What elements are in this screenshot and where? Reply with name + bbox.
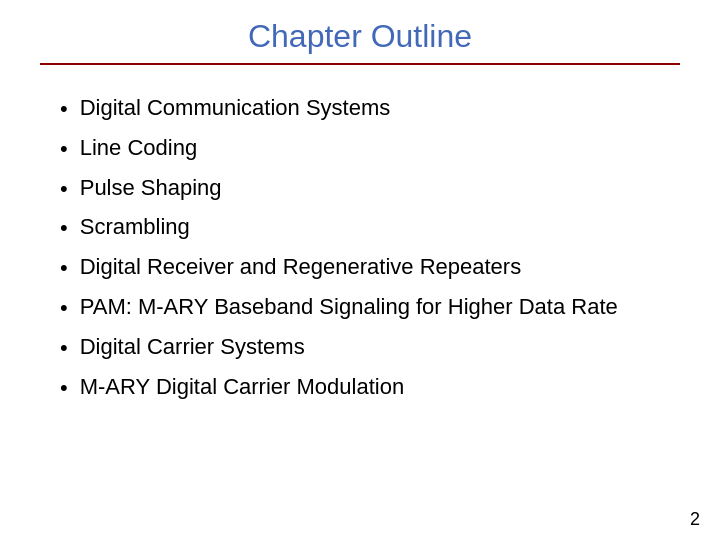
bullet-dot-8: • — [60, 373, 68, 404]
bullet-text-6: PAM: M-ARY Baseband Signaling for Higher… — [80, 292, 670, 323]
bullet-dot-2: • — [60, 134, 68, 165]
bullet-dot-1: • — [60, 94, 68, 125]
content-area: • Digital Communication Systems • Line C… — [0, 75, 720, 421]
bullet-dot-7: • — [60, 333, 68, 364]
bullet-item-2: • Line Coding — [60, 133, 670, 165]
slide-container: Chapter Outline • Digital Communication … — [0, 0, 720, 540]
bullet-text-2: Line Coding — [80, 133, 670, 164]
bullet-dot-5: • — [60, 253, 68, 284]
bullet-item-3: • Pulse Shaping — [60, 173, 670, 205]
bullet-dot-4: • — [60, 213, 68, 244]
bullet-item-7: • Digital Carrier Systems — [60, 332, 670, 364]
bullet-item-5: • Digital Receiver and Regenerative Repe… — [60, 252, 670, 284]
page-number: 2 — [690, 509, 700, 530]
bullet-item-6: • PAM: M-ARY Baseband Signaling for High… — [60, 292, 670, 324]
bullet-dot-6: • — [60, 293, 68, 324]
bullet-dot-3: • — [60, 174, 68, 205]
bullet-text-7: Digital Carrier Systems — [80, 332, 670, 363]
bullet-text-8: M-ARY Digital Carrier Modulation — [80, 372, 670, 403]
bullet-item-4: • Scrambling — [60, 212, 670, 244]
bullet-text-4: Scrambling — [80, 212, 670, 243]
slide-title: Chapter Outline — [40, 18, 680, 55]
title-divider — [40, 63, 680, 65]
title-area: Chapter Outline — [0, 0, 720, 75]
bullet-text-3: Pulse Shaping — [80, 173, 670, 204]
bullet-item-1: • Digital Communication Systems — [60, 93, 670, 125]
bullet-text-1: Digital Communication Systems — [80, 93, 670, 124]
bullet-item-8: • M-ARY Digital Carrier Modulation — [60, 372, 670, 404]
bullet-text-5: Digital Receiver and Regenerative Repeat… — [80, 252, 670, 283]
